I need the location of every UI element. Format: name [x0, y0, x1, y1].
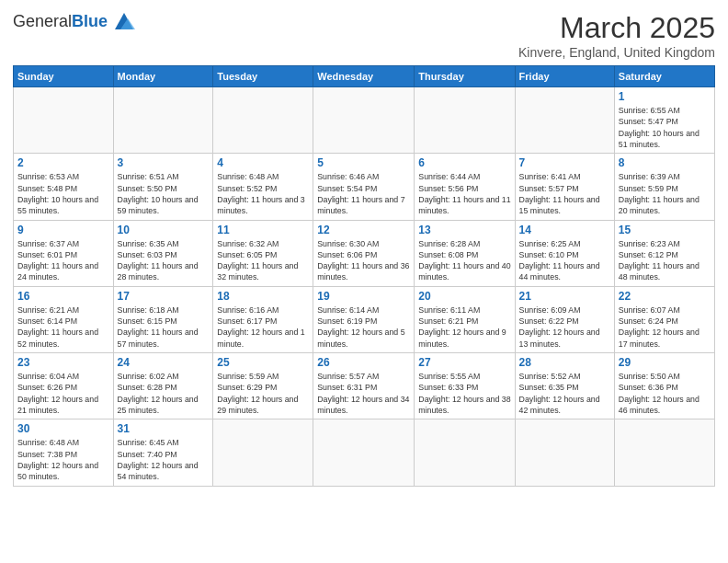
table-row: 18Sunrise: 6:16 AM Sunset: 6:17 PM Dayli… — [213, 286, 313, 352]
table-row — [113, 87, 213, 154]
location: Kinvere, England, United Kingdom — [518, 45, 715, 60]
calendar-row: 30Sunrise: 6:48 AM Sunset: 7:38 PM Dayli… — [14, 419, 715, 486]
day-number: 28 — [519, 356, 610, 369]
day-number: 17 — [118, 290, 210, 303]
table-row: 12Sunrise: 6:30 AM Sunset: 6:06 PM Dayli… — [313, 220, 415, 286]
day-number: 4 — [217, 156, 309, 169]
day-info: Sunrise: 6:32 AM Sunset: 6:05 PM Dayligh… — [217, 238, 309, 283]
table-row: 30Sunrise: 6:48 AM Sunset: 7:38 PM Dayli… — [14, 419, 114, 486]
table-row: 24Sunrise: 6:02 AM Sunset: 6:28 PM Dayli… — [113, 353, 213, 419]
day-number: 9 — [17, 224, 109, 236]
table-row: 16Sunrise: 6:21 AM Sunset: 6:14 PM Dayli… — [14, 286, 114, 352]
calendar-row: 23Sunrise: 6:04 AM Sunset: 6:26 PM Dayli… — [14, 353, 715, 419]
calendar-row: 1Sunrise: 6:55 AM Sunset: 5:47 PM Daylig… — [14, 87, 715, 154]
table-row: 19Sunrise: 6:14 AM Sunset: 6:19 PM Dayli… — [313, 286, 415, 352]
calendar-header-row: Sunday Monday Tuesday Wednesday Thursday… — [14, 66, 715, 87]
table-row: 27Sunrise: 5:55 AM Sunset: 6:33 PM Dayli… — [415, 353, 515, 419]
day-number: 1 — [619, 90, 711, 103]
day-number: 29 — [619, 356, 711, 369]
day-info: Sunrise: 6:14 AM Sunset: 6:19 PM Dayligh… — [317, 304, 410, 350]
day-number: 21 — [519, 290, 610, 303]
day-number: 8 — [619, 156, 711, 169]
table-row — [415, 419, 515, 486]
logo: GeneralBlue — [13, 11, 137, 31]
table-row: 6Sunrise: 6:44 AM Sunset: 5:56 PM Daylig… — [415, 154, 515, 220]
day-info: Sunrise: 6:11 AM Sunset: 6:21 PM Dayligh… — [418, 304, 510, 350]
day-info: Sunrise: 5:52 AM Sunset: 6:35 PM Dayligh… — [519, 371, 610, 416]
table-row — [515, 419, 614, 486]
table-row: 2Sunrise: 6:53 AM Sunset: 5:48 PM Daylig… — [14, 154, 114, 220]
table-row — [515, 87, 614, 154]
table-row: 7Sunrise: 6:41 AM Sunset: 5:57 PM Daylig… — [515, 154, 614, 220]
table-row — [313, 87, 415, 154]
table-row — [14, 87, 114, 154]
day-info: Sunrise: 6:04 AM Sunset: 6:26 PM Dayligh… — [17, 371, 109, 416]
table-row: 20Sunrise: 6:11 AM Sunset: 6:21 PM Dayli… — [415, 286, 515, 352]
day-info: Sunrise: 5:50 AM Sunset: 6:36 PM Dayligh… — [619, 371, 711, 416]
table-row: 8Sunrise: 6:39 AM Sunset: 5:59 PM Daylig… — [614, 154, 714, 220]
table-row — [213, 419, 313, 486]
day-number: 18 — [217, 290, 309, 303]
day-info: Sunrise: 6:48 AM Sunset: 7:38 PM Dayligh… — [17, 437, 109, 482]
table-row: 22Sunrise: 6:07 AM Sunset: 6:24 PM Dayli… — [614, 286, 714, 352]
day-number: 31 — [118, 422, 210, 435]
table-row: 5Sunrise: 6:46 AM Sunset: 5:54 PM Daylig… — [313, 154, 415, 220]
calendar-row: 2Sunrise: 6:53 AM Sunset: 5:48 PM Daylig… — [14, 154, 715, 220]
table-row: 31Sunrise: 6:45 AM Sunset: 7:40 PM Dayli… — [113, 419, 213, 486]
day-number: 30 — [17, 422, 109, 435]
day-info: Sunrise: 6:48 AM Sunset: 5:52 PM Dayligh… — [217, 171, 309, 216]
col-wednesday: Wednesday — [313, 66, 415, 87]
day-info: Sunrise: 6:51 AM Sunset: 5:50 PM Dayligh… — [118, 171, 210, 216]
table-row: 15Sunrise: 6:23 AM Sunset: 6:12 PM Dayli… — [614, 220, 714, 286]
day-number: 11 — [217, 224, 309, 236]
day-number: 26 — [317, 356, 410, 369]
day-number: 19 — [317, 290, 410, 303]
day-info: Sunrise: 6:41 AM Sunset: 5:57 PM Dayligh… — [519, 171, 610, 216]
day-info: Sunrise: 5:59 AM Sunset: 6:29 PM Dayligh… — [217, 371, 309, 416]
header: GeneralBlue March 2025 Kinvere, England,… — [13, 11, 715, 60]
title-block: March 2025 Kinvere, England, United King… — [518, 11, 715, 60]
table-row: 13Sunrise: 6:28 AM Sunset: 6:08 PM Dayli… — [415, 220, 515, 286]
table-row: 1Sunrise: 6:55 AM Sunset: 5:47 PM Daylig… — [614, 87, 714, 154]
table-row: 23Sunrise: 6:04 AM Sunset: 6:26 PM Dayli… — [14, 353, 114, 419]
day-number: 27 — [418, 356, 510, 369]
day-info: Sunrise: 6:53 AM Sunset: 5:48 PM Dayligh… — [17, 171, 109, 216]
calendar-row: 9Sunrise: 6:37 AM Sunset: 6:01 PM Daylig… — [14, 220, 715, 286]
day-info: Sunrise: 6:28 AM Sunset: 6:08 PM Dayligh… — [418, 238, 510, 283]
col-tuesday: Tuesday — [213, 66, 313, 87]
day-info: Sunrise: 6:39 AM Sunset: 5:59 PM Dayligh… — [619, 171, 711, 216]
day-number: 10 — [118, 224, 210, 236]
day-number: 23 — [17, 356, 109, 369]
day-info: Sunrise: 6:18 AM Sunset: 6:15 PM Dayligh… — [118, 304, 210, 350]
table-row: 14Sunrise: 6:25 AM Sunset: 6:10 PM Dayli… — [515, 220, 614, 286]
day-info: Sunrise: 6:37 AM Sunset: 6:01 PM Dayligh… — [17, 238, 109, 283]
table-row — [213, 87, 313, 154]
day-info: Sunrise: 6:45 AM Sunset: 7:40 PM Dayligh… — [118, 437, 210, 482]
day-info: Sunrise: 6:16 AM Sunset: 6:17 PM Dayligh… — [217, 304, 309, 350]
day-number: 13 — [418, 224, 510, 236]
table-row: 26Sunrise: 5:57 AM Sunset: 6:31 PM Dayli… — [313, 353, 415, 419]
table-row: 9Sunrise: 6:37 AM Sunset: 6:01 PM Daylig… — [14, 220, 114, 286]
col-monday: Monday — [113, 66, 213, 87]
day-info: Sunrise: 6:35 AM Sunset: 6:03 PM Dayligh… — [118, 238, 210, 283]
logo-text: GeneralBlue — [13, 12, 108, 31]
day-info: Sunrise: 6:30 AM Sunset: 6:06 PM Dayligh… — [317, 238, 410, 283]
table-row: 17Sunrise: 6:18 AM Sunset: 6:15 PM Dayli… — [113, 286, 213, 352]
table-row — [313, 419, 415, 486]
day-info: Sunrise: 5:55 AM Sunset: 6:33 PM Dayligh… — [418, 371, 510, 416]
page: GeneralBlue March 2025 Kinvere, England,… — [0, 0, 728, 563]
table-row: 28Sunrise: 5:52 AM Sunset: 6:35 PM Dayli… — [515, 353, 614, 419]
day-number: 22 — [619, 290, 711, 303]
table-row: 29Sunrise: 5:50 AM Sunset: 6:36 PM Dayli… — [614, 353, 714, 419]
table-row: 21Sunrise: 6:09 AM Sunset: 6:22 PM Dayli… — [515, 286, 614, 352]
day-number: 14 — [519, 224, 610, 236]
table-row: 4Sunrise: 6:48 AM Sunset: 5:52 PM Daylig… — [213, 154, 313, 220]
col-sunday: Sunday — [14, 66, 114, 87]
day-number: 6 — [418, 156, 510, 169]
day-number: 16 — [17, 290, 109, 303]
day-number: 7 — [519, 156, 610, 169]
day-info: Sunrise: 6:07 AM Sunset: 6:24 PM Dayligh… — [619, 304, 711, 350]
day-info: Sunrise: 6:02 AM Sunset: 6:28 PM Dayligh… — [118, 371, 210, 416]
day-info: Sunrise: 6:09 AM Sunset: 6:22 PM Dayligh… — [519, 304, 610, 350]
day-info: Sunrise: 6:55 AM Sunset: 5:47 PM Dayligh… — [619, 105, 711, 150]
